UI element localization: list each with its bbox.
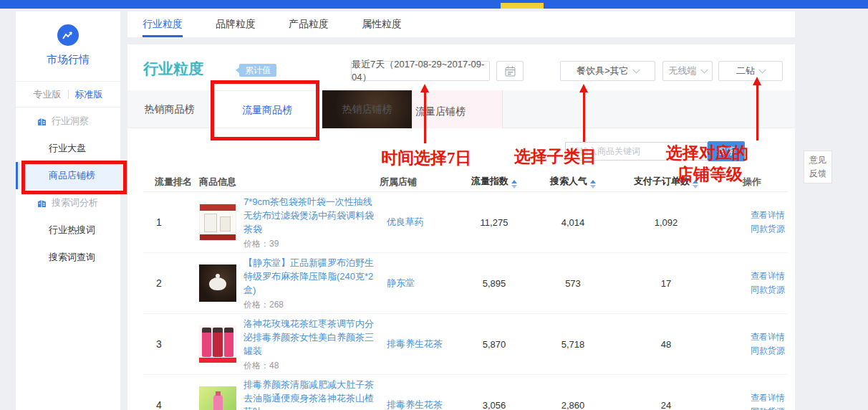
- tab-attribute-granularity[interactable]: 属性粒度: [362, 11, 402, 37]
- shop-level-dropdown[interactable]: 二钻: [718, 61, 783, 81]
- annotation-text-date: 时间选择7日: [381, 147, 472, 169]
- annotation-text-shop-level-line1: 选择对应的: [666, 142, 748, 164]
- calendar-button[interactable]: [496, 61, 524, 81]
- header-traffic-index: 流量指数: [458, 175, 530, 189]
- rank-cell: 4: [143, 399, 199, 410]
- screen: 市场行情 专业版 标准版 行业洞察 行业大盘 商品店铺榜 搜索词分析 行业热搜词…: [0, 0, 868, 410]
- header-label: 流量指数: [471, 176, 508, 186]
- chevron-down-icon: [632, 66, 640, 73]
- view-details-link[interactable]: 查看详情: [716, 391, 785, 405]
- tab-product-granularity[interactable]: 产品粒度: [289, 11, 329, 37]
- product-thumbnail[interactable]: [199, 386, 236, 410]
- product-title-link[interactable]: 【静东堂】正品新疆罗布泊野生特级罗布麻茶降压降脂(240克*2盒): [243, 256, 380, 297]
- tab-brand-granularity[interactable]: 品牌粒度: [216, 11, 256, 37]
- actions-cell: 查看详情 同款货源: [716, 330, 788, 358]
- version-standard-link[interactable]: 标准版: [75, 88, 103, 101]
- category-dropdown[interactable]: 餐饮具>其它: [560, 61, 655, 81]
- header-label: 搜索人气: [550, 176, 587, 186]
- shop-link[interactable]: 排毒养生花茶: [380, 338, 458, 351]
- paid-orders-value: 48: [616, 339, 716, 350]
- building-icon: [37, 117, 47, 126]
- app-logo-block: 市场行情: [16, 11, 120, 82]
- product-price: 价格：268: [243, 299, 380, 311]
- actions-cell: 查看详情 同款货源: [716, 391, 788, 410]
- sidebar-item-search-word-query[interactable]: 搜索词查询: [16, 244, 120, 271]
- trend-chart-icon: [57, 24, 79, 46]
- top-progress-bar: [0, 0, 868, 9]
- search-popularity-value: 573: [530, 278, 616, 289]
- product-thumbnail[interactable]: [199, 325, 236, 363]
- view-details-link[interactable]: 查看详情: [716, 209, 785, 222]
- rank-cell: 2: [143, 277, 199, 289]
- traffic-index-value: 5,870: [458, 339, 530, 350]
- feedback-label-line1: 意见: [804, 153, 831, 167]
- date-range-button[interactable]: 最近7天（2017-08-29~2017-09-04）: [351, 61, 490, 81]
- annotation-box-sidebar-item: [21, 161, 127, 194]
- version-divider: [68, 90, 69, 99]
- sort-icon[interactable]: [511, 180, 517, 189]
- table-row: 3 洛神花玫瑰花茶红枣茶调节内分泌排毒养颜茶女性美白养颜茶三罐装 价格：48 排…: [143, 314, 788, 375]
- tab-industry-granularity[interactable]: 行业粒度: [143, 11, 183, 37]
- chevron-down-icon: [700, 66, 708, 73]
- paid-orders-value: 17: [616, 278, 716, 289]
- cumulative-badge: 累计值: [239, 64, 276, 77]
- terminal-value: 无线端: [669, 65, 697, 77]
- search-popularity-value: 5,718: [530, 339, 616, 350]
- same-supply-link[interactable]: 同款货源: [716, 405, 785, 410]
- section-label: 行业洞察: [52, 108, 89, 135]
- ranking-table: 流量排名 商品信息 所属店铺 流量指数 搜索人气 支付子订单数 操作 1 7*9…: [143, 172, 788, 410]
- product-cell: 洛神花玫瑰花茶红枣茶调节内分泌排毒养颜茶女性美白养颜茶三罐装 价格：48: [199, 317, 380, 372]
- shop-link[interactable]: 优良草药: [380, 216, 458, 229]
- same-supply-link[interactable]: 同款货源: [716, 344, 785, 358]
- product-title-link[interactable]: 排毒养颜茶清脂减肥减大肚子茶去油脂通便瘦身茶洛神花茶山楂荷叶: [243, 378, 380, 410]
- shop-level-value: 二钻: [736, 65, 755, 77]
- product-thumbnail[interactable]: [199, 204, 236, 241]
- same-supply-link[interactable]: 同款货源: [716, 222, 785, 236]
- product-thumbnail[interactable]: [199, 264, 236, 302]
- terminal-dropdown[interactable]: 无线端: [662, 61, 713, 81]
- actions-cell: 查看详情 同款货源: [716, 209, 788, 236]
- shop-link[interactable]: 静东堂: [380, 277, 458, 290]
- annotation-box-traffic-tab: [211, 80, 319, 140]
- rank-cell: 1: [143, 216, 199, 228]
- view-details-link[interactable]: 查看详情: [716, 270, 785, 283]
- same-supply-link[interactable]: 同款货源: [716, 283, 785, 297]
- chevron-down-icon: [759, 66, 766, 73]
- annotation-arrow-shop-level: [756, 85, 758, 140]
- sidebar-item-industry-overview[interactable]: 行业大盘: [16, 135, 120, 162]
- shop-link[interactable]: 排毒养生花茶: [380, 399, 458, 410]
- building-icon: [37, 199, 47, 208]
- product-cell: 排毒养颜茶清脂减肥减大肚子茶去油脂通便瘦身茶洛神花茶山楂荷叶 价格：28: [199, 378, 380, 410]
- feedback-tab[interactable]: 意见 反馈: [804, 151, 832, 183]
- traffic-index-value: 11,275: [458, 217, 530, 228]
- version-pro-link[interactable]: 专业版: [34, 88, 62, 101]
- page-title: 行业粒度: [143, 59, 203, 79]
- progress-indicator: [501, 3, 544, 9]
- product-price: 价格：48: [243, 360, 380, 372]
- sidebar-item-industry-hot-words[interactable]: 行业热搜词: [16, 216, 120, 244]
- ranktab-hot-shops[interactable]: 热销店铺榜: [322, 90, 413, 128]
- table-row: 4 排毒养颜茶清脂减肥减大肚子茶去油脂通便瘦身茶洛神花茶山楂荷叶 价格：28 排…: [143, 375, 788, 410]
- search-popularity-value: 4,014: [530, 217, 616, 228]
- sort-icon[interactable]: [590, 180, 596, 189]
- sidebar-section-industry-insight: 行业洞察: [16, 108, 120, 135]
- traffic-index-value: 5,895: [458, 278, 530, 289]
- header-traffic-rank: 流量排名: [143, 176, 199, 189]
- product-price: 价格：39: [243, 238, 380, 250]
- ranktab-hot-products[interactable]: 热销商品榜: [127, 90, 212, 128]
- app-title: 市场行情: [16, 53, 120, 67]
- product-title-link[interactable]: 洛神花玫瑰花茶红枣茶调节内分泌排毒养颜茶女性美白养颜茶三罐装: [243, 317, 380, 358]
- product-title-link[interactable]: 7*9cm茶包袋茶叶袋一次性抽线无纺布过滤袋煲汤中药袋调料袋茶袋: [243, 195, 380, 236]
- annotation-text-category: 选择子类目: [514, 146, 597, 168]
- category-value: 餐饮具>其它: [577, 65, 629, 77]
- traffic-index-value: 3,056: [458, 400, 530, 410]
- paid-orders-value: 24: [616, 400, 716, 410]
- paid-orders-value: 1,092: [616, 217, 716, 228]
- actions-cell: 查看详情 同款货源: [716, 270, 788, 297]
- product-cell: 【静东堂】正品新疆罗布泊野生特级罗布麻茶降压降脂(240克*2盒) 价格：268: [199, 256, 380, 311]
- view-details-link[interactable]: 查看详情: [716, 330, 785, 344]
- feedback-label-line2: 反馈: [804, 167, 831, 181]
- version-switch: 专业版 标准版: [16, 82, 120, 108]
- annotation-arrow-category: [583, 92, 585, 142]
- annotation-text-shop-level-line2: 店铺等级: [677, 163, 743, 186]
